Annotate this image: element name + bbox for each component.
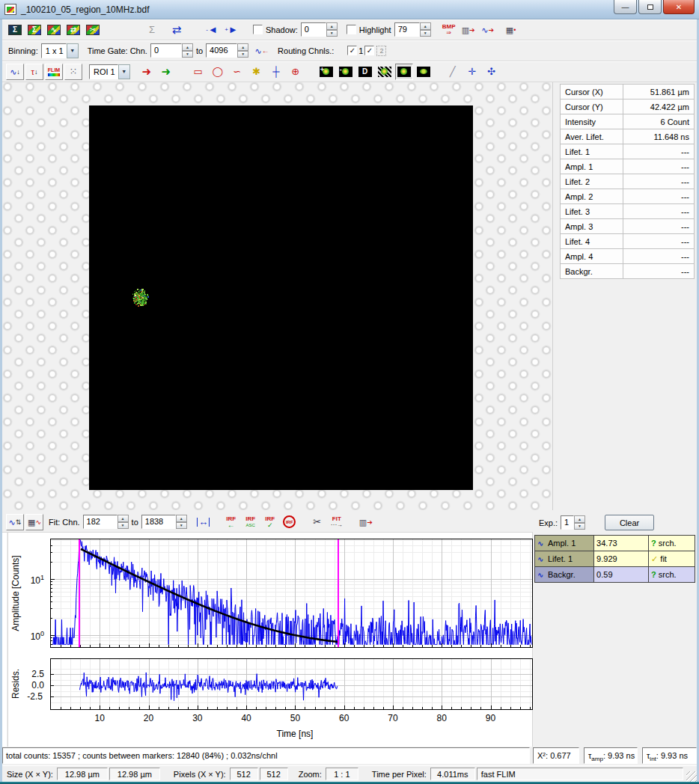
timegate-to-spinner[interactable]: 4096▲▼ [206,43,248,58]
irf-import-icon[interactable]: IRF← [222,514,240,530]
select-rect-icon[interactable]: ▭ [189,64,207,80]
roi-subtract-icon[interactable]: - [337,64,355,80]
restore-button[interactable] [638,0,662,14]
next-frame-icon[interactable]: +► [222,22,240,38]
fit-matrix-icon[interactable]: ▦∿ [25,514,43,530]
irf-apply-icon[interactable]: IRF✓ [261,514,279,530]
param-value-backgr[interactable]: 0.59 [594,567,649,583]
spin-down-button[interactable]: ▼ [182,51,193,58]
swap-arrows-icon[interactable]: ⇄ [168,22,186,38]
half-tone-icon[interactable]: D [356,64,374,80]
export-sum-color-icon[interactable]: Σ [25,22,43,38]
roi-import-icon[interactable]: ➜ [138,64,156,80]
report-icon[interactable]: ▦• [502,22,520,38]
fit-settings-icon[interactable]: ✂ [308,514,326,530]
roi-options-icon[interactable]: ⁙ [64,64,82,80]
binning-select[interactable]: 1 x 1▼ [41,43,79,58]
prev-frame-icon[interactable]: -◄ [203,22,221,38]
show-roi-icon[interactable] [395,64,413,80]
routing-ch2-checkbox[interactable]: ✓ [364,46,374,55]
param-status-ampl1[interactable]: ?srch. [649,536,695,551]
info-value: --- [623,189,695,204]
tau-image-icon[interactable]: τ↓ [25,64,43,80]
minimize-button[interactable]: — [614,0,637,14]
align-cross-icon[interactable]: ✣ [483,64,501,80]
residuals-plot[interactable] [50,658,533,710]
spin-down-button[interactable]: ▼ [117,522,129,530]
timegate-to-label: to [196,46,203,55]
spin-up-button[interactable]: ▲ [574,515,585,523]
clear-button[interactable]: Clear [605,515,654,530]
spin-down-button[interactable]: ▼ [326,30,338,37]
magic-wand-icon[interactable]: ✱ [248,64,266,80]
fit-to-spinner[interactable]: 1838▲▼ [141,515,187,529]
spin-up-button[interactable]: ▲ [176,515,187,522]
flim-icon[interactable]: FLIM [45,64,63,80]
highlight-spinner[interactable]: 79▲▼ [394,22,431,37]
close-button[interactable]: ✕ [663,0,695,14]
fit-from-spinner[interactable]: 182▲▼ [83,515,129,529]
export-decay-image-icon[interactable]: ∿ [45,22,63,38]
param-status-lifet1[interactable]: ✓fit [649,551,695,567]
spin-down-button[interactable]: ▼ [420,30,431,37]
export-arrows-image-icon[interactable]: ⇄ [64,22,82,38]
param-value-ampl1[interactable]: 34.73 [594,536,649,551]
spin-up-button[interactable]: ▲ [237,43,248,51]
hatch-roi-icon[interactable] [376,64,394,80]
dropdown-button[interactable]: ▼ [118,64,130,79]
routing-ch1-checkbox[interactable]: ✓ [347,46,357,55]
fit-run-icon[interactable]: FIT⋯→ [328,514,346,530]
flim-image[interactable] [89,105,473,490]
irf-import-asc-icon[interactable]: IRFASC [242,514,260,530]
pixels-label: Pixels (X × Y): [174,770,226,779]
fit-export-icon[interactable]: ▥➔ [357,514,375,530]
spin-up-button[interactable]: ▲ [326,22,338,30]
irf-off-icon[interactable]: IRF [281,514,299,530]
zoom-label: Zoom: [299,770,322,779]
resize-grip[interactable] [686,771,697,782]
select-cross-icon[interactable]: ┼ [267,64,285,80]
marker-width-icon[interactable]: ↔ [195,514,213,530]
info-value: --- [623,264,695,279]
param-value-lifet1[interactable]: 9.929 [594,551,649,567]
info-label: Lifet. 3 [561,204,623,219]
color-cut-image-icon[interactable]: ✂ [84,22,102,38]
draw-line-icon[interactable]: ╱ [444,64,462,80]
roi-export-icon[interactable]: ➜ [157,64,175,80]
timegate-apply-icon[interactable]: ∿← [253,43,271,59]
spin-down-button[interactable]: ▼ [574,523,585,530]
search-icon: ? [651,570,656,579]
title-bar[interactable]: _100210_05_region_10MHz.bdf — ✕ [0,0,699,19]
recenter-icon[interactable]: ⊕ [287,64,305,80]
show-image-icon[interactable] [415,64,433,80]
curve-export-icon[interactable]: ∿➔ [479,22,497,38]
spin-up-button[interactable]: ▲ [420,22,431,30]
move-cross-icon[interactable]: ✛ [463,64,481,80]
decay-trace-icon[interactable]: ∿↓ [6,64,24,80]
decay-ytick-10-0: 100 [22,630,44,642]
dropdown-button[interactable]: ▼ [67,43,79,58]
sigma-icon[interactable]: Σ [143,22,161,38]
page-export-icon[interactable]: ▥➔ [460,22,477,38]
select-lasso-icon[interactable]: ∽ [228,64,246,80]
spin-up-button[interactable]: ▲ [182,43,193,51]
timegate-from-spinner[interactable]: 0▲▼ [150,43,193,58]
select-ellipse-icon[interactable]: ◯ [209,64,227,80]
info-row: Lifet. 2--- [561,174,695,189]
shadow-spinner[interactable]: 0▲▼ [301,22,338,37]
bmp-export-icon[interactable]: BMP⇒ [440,22,458,38]
spin-up-button[interactable]: ▲ [117,515,129,522]
roi-select[interactable]: ROI 1▼ [89,64,130,79]
spin-down-button[interactable]: ▼ [237,51,248,58]
roi-add-icon[interactable]: + [317,64,335,80]
exp-spinner[interactable]: 1▲▼ [561,515,585,530]
export-sum-dark-icon[interactable]: Σ [6,22,24,38]
decay-fit-icon[interactable]: ∿⇅ [6,514,24,530]
tau-int-box: τint: 9.93 ns [642,747,697,764]
param-status-backgr[interactable]: ?srch. [649,567,695,583]
spin-down-button[interactable]: ▼ [176,522,187,530]
routing-ch2-box[interactable]: 2 [376,46,386,56]
highlight-checkbox[interactable] [347,25,356,34]
shadow-checkbox[interactable] [253,25,263,34]
decay-plot[interactable] [50,539,533,648]
